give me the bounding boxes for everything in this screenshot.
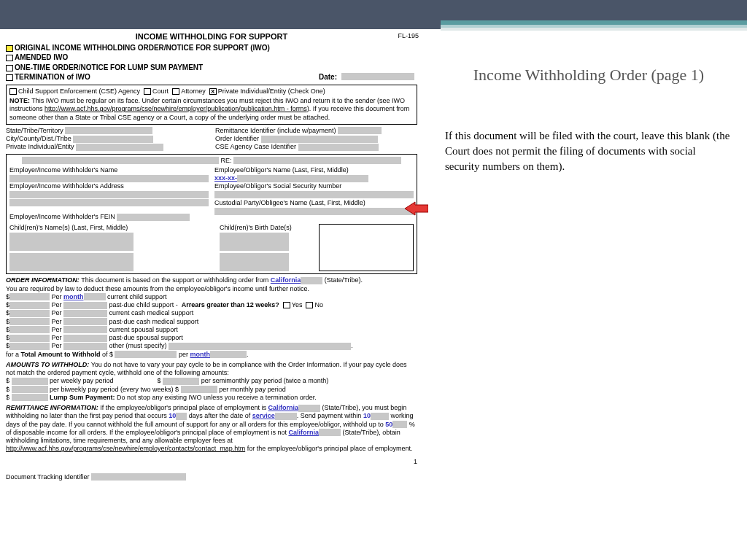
svg-marker-0 [405, 202, 428, 215]
form-title: INCOME WITHHOLDING FOR SUPPORT [6, 32, 417, 42]
remit-link[interactable]: http://www.acf.hhs.gov/programs/cse/newh… [6, 445, 245, 452]
checkbox-original[interactable] [6, 45, 13, 52]
children-extra-box [319, 224, 414, 271]
checkbox-arrears-yes[interactable] [283, 302, 290, 308]
field-childdate1[interactable] [220, 233, 289, 251]
arrow-icon [405, 201, 428, 217]
form-document: INCOME WITHHOLDING FOR SUPPORT ORIGINAL … [0, 29, 423, 487]
field-city[interactable] [73, 136, 153, 143]
field-emp-name[interactable] [9, 175, 209, 182]
field-remit[interactable] [338, 127, 382, 134]
field-ssn[interactable] [214, 191, 414, 198]
form-code: FL-195 [398, 32, 419, 39]
checkbox-amended[interactable] [6, 55, 13, 61]
date-label: Date: [319, 73, 337, 82]
field-fein[interactable] [117, 214, 190, 221]
ssn-redacted: xxx-xx- [214, 174, 237, 182]
checkbox-arrears-no[interactable] [306, 302, 313, 308]
field-custodial[interactable] [214, 208, 414, 215]
checkbox-private[interactable] [209, 88, 217, 95]
field-private[interactable] [76, 144, 163, 151]
field-tracking[interactable] [91, 473, 186, 481]
entity-box: Child Support Enforcement (CSE) Agency C… [6, 85, 417, 125]
field-total[interactable] [115, 351, 177, 358]
field-order[interactable] [261, 136, 378, 143]
note-link[interactable]: http://www.acf.hhs.gov/programs/cse/newh… [44, 105, 307, 112]
checkbox-termination[interactable] [6, 74, 13, 81]
field-cseid[interactable] [298, 144, 379, 151]
checkbox-attorney[interactable] [172, 88, 179, 95]
field-state[interactable] [65, 127, 152, 134]
slide-body-text: If this document will be filed with the … [445, 128, 732, 174]
field-emp-addr[interactable] [9, 191, 209, 198]
checkbox-cse[interactable] [9, 88, 17, 95]
page-number: 1 [6, 458, 417, 466]
checkbox-court[interactable] [144, 88, 151, 95]
parties-box: RE: Employer/Income Withholder's Name Em… [6, 154, 417, 275]
field-child1[interactable] [9, 233, 133, 251]
slide-title: Income Withholding Order (page 1) [445, 66, 732, 85]
checkbox-onetime[interactable] [6, 65, 13, 71]
date-field[interactable] [341, 73, 414, 80]
header-accent [441, 20, 747, 31]
slide-header-bar [0, 0, 747, 29]
